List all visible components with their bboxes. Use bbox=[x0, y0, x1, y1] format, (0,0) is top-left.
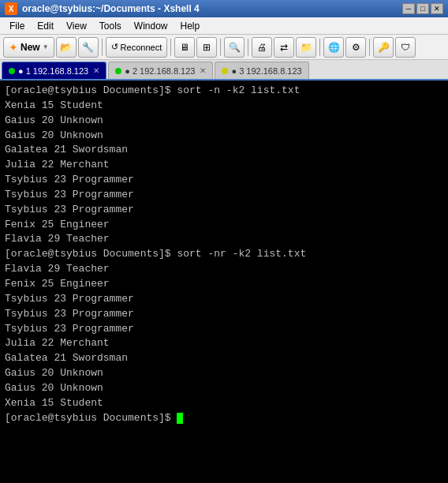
terminal-line: Gaius 20 Unknown bbox=[5, 366, 443, 381]
title-bar: X oracle@tsybius:~/Documents - Xshell 4 … bbox=[0, 0, 448, 17]
terminal-cursor bbox=[177, 413, 183, 424]
new-button[interactable]: ✦ New ▼ bbox=[3, 37, 54, 58]
window-controls[interactable]: ─ □ ✕ bbox=[402, 3, 443, 14]
tab-3[interactable]: ● 3 192.168.8.123 bbox=[215, 62, 308, 79]
tab-1-label: ● 1 192.168.8.123 bbox=[18, 66, 88, 76]
new-star-icon: ✦ bbox=[9, 41, 18, 54]
toolbar: ✦ New ▼ 📂 🔧 ↺ Reconnect 🖥 ⊞ 🔍 🖨 ⇄ 📁 🌐 ⚙ … bbox=[0, 35, 448, 60]
menu-bar: File Edit View Tools Window Help bbox=[0, 17, 448, 35]
terminal-line: Tsybius 23 Programmer bbox=[5, 203, 443, 218]
tab-bar: ● 1 192.168.8.123 ✕ ● 2 192.168.8.123 ✕ … bbox=[0, 60, 448, 80]
separator-6 bbox=[369, 39, 370, 56]
terminal-line: Gaius 20 Unknown bbox=[5, 381, 443, 396]
reconnect-label: Reconnect bbox=[121, 43, 162, 52]
split-button[interactable]: ⊞ bbox=[196, 37, 217, 58]
tab-3-label: ● 3 192.168.8.123 bbox=[231, 66, 301, 76]
window-title: oracle@tsybius:~/Documents - Xshell 4 bbox=[22, 3, 398, 14]
tab-2[interactable]: ● 2 192.168.8.123 ✕ bbox=[108, 62, 213, 79]
tab-2-status-dot bbox=[115, 68, 121, 74]
terminal-line: Fenix 25 Engineer bbox=[5, 277, 443, 292]
terminal-line: [oracle@tsybius Documents]$ bbox=[5, 411, 443, 426]
separator-2 bbox=[170, 39, 171, 56]
menu-file[interactable]: File bbox=[3, 19, 31, 33]
tab-3-status-dot bbox=[222, 68, 228, 74]
separator-5 bbox=[319, 39, 320, 56]
tab-2-close[interactable]: ✕ bbox=[200, 66, 206, 75]
terminal-line: Galatea 21 Swordsman bbox=[5, 351, 443, 366]
minimize-button[interactable]: ─ bbox=[402, 3, 415, 14]
separator-3 bbox=[220, 39, 221, 56]
separator-4 bbox=[248, 39, 248, 56]
menu-tools[interactable]: Tools bbox=[93, 19, 128, 33]
maximize-button[interactable]: □ bbox=[416, 3, 429, 14]
terminal-line: [oracle@tsybius Documents]$ sort -nr -k2… bbox=[5, 247, 443, 262]
terminal-area[interactable]: [oracle@tsybius Documents]$ sort -n -k2 … bbox=[0, 80, 448, 483]
menu-help[interactable]: Help bbox=[174, 19, 207, 33]
open-folder-button[interactable]: 📂 bbox=[56, 37, 77, 58]
terminal-line: Gaius 20 Unknown bbox=[5, 114, 443, 129]
terminal-line: Tsybius 23 Programmer bbox=[5, 292, 443, 307]
terminal-line: Flavia 29 Teacher bbox=[5, 262, 443, 277]
extra-button-1[interactable]: 🔑 bbox=[373, 37, 394, 58]
terminal-line: Flavia 29 Teacher bbox=[5, 232, 443, 247]
terminal-line: Tsybius 23 Programmer bbox=[5, 173, 443, 188]
terminal-line: Julia 22 Merchant bbox=[5, 336, 443, 351]
terminal-line: Xenia 15 Student bbox=[5, 396, 443, 411]
terminal-line: Julia 22 Merchant bbox=[5, 158, 443, 173]
screen-button[interactable]: 🖥 bbox=[174, 37, 195, 58]
sftp-button[interactable]: 📁 bbox=[296, 37, 316, 58]
app-icon: X bbox=[5, 2, 17, 15]
transfer-button[interactable]: ⇄ bbox=[274, 37, 294, 58]
terminal-line: Gaius 20 Unknown bbox=[5, 129, 443, 144]
terminal-line: Tsybius 23 Programmer bbox=[5, 307, 443, 322]
settings-button[interactable]: ⚙ bbox=[345, 37, 366, 58]
separator-1 bbox=[102, 39, 103, 56]
terminal-line: Galatea 21 Swordsman bbox=[5, 143, 443, 158]
menu-edit[interactable]: Edit bbox=[31, 19, 60, 33]
menu-window[interactable]: Window bbox=[128, 19, 174, 33]
menu-view[interactable]: View bbox=[60, 19, 93, 33]
tab-1-close[interactable]: ✕ bbox=[93, 66, 99, 75]
tab-1[interactable]: ● 1 192.168.8.123 ✕ bbox=[2, 62, 106, 79]
globe-button[interactable]: 🌐 bbox=[323, 37, 344, 58]
terminal-line: [oracle@tsybius Documents]$ sort -n -k2 … bbox=[5, 84, 443, 99]
find-button[interactable]: 🔍 bbox=[224, 37, 245, 58]
terminal-line: Tsybius 23 Programmer bbox=[5, 188, 443, 203]
terminal-line: Xenia 15 Student bbox=[5, 99, 443, 114]
print-button[interactable]: 🖨 bbox=[252, 37, 272, 58]
properties-button[interactable]: 🔧 bbox=[78, 37, 99, 58]
terminal-line: Fenix 25 Engineer bbox=[5, 218, 443, 233]
close-button[interactable]: ✕ bbox=[431, 3, 443, 14]
new-label: New bbox=[21, 42, 40, 53]
terminal-line: Tsybius 23 Programmer bbox=[5, 322, 443, 337]
extra-button-2[interactable]: 🛡 bbox=[395, 37, 416, 58]
tab-1-status-dot bbox=[9, 68, 15, 74]
new-dropdown-arrow: ▼ bbox=[43, 43, 49, 51]
reconnect-icon: ↺ bbox=[111, 42, 118, 52]
reconnect-button[interactable]: ↺ Reconnect bbox=[106, 37, 168, 58]
tab-2-label: ● 2 192.168.8.123 bbox=[125, 66, 195, 76]
